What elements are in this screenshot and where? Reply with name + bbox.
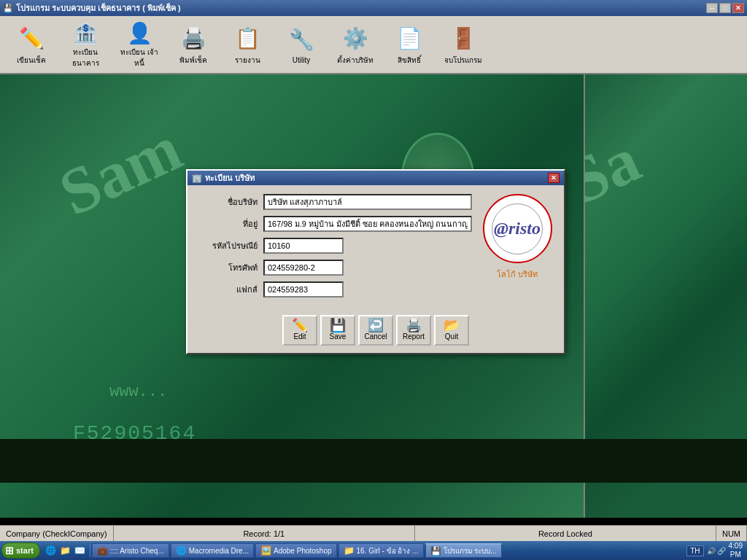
phone-input[interactable]: [263, 260, 344, 276]
dialog-form: ชื่อบริษัท ที่อยู่ รหัสไปรษณีย์ โทรศัพท์: [198, 194, 472, 303]
logo-caption: โลโก้ บริษัท: [497, 268, 538, 281]
taskbar-photoshop[interactable]: 🖼️ Adobe Photoshop: [255, 543, 337, 558]
close-button[interactable]: ✕: [732, 3, 744, 13]
address-label: ที่อยู่: [198, 217, 263, 230]
report-icon: 📋: [233, 24, 262, 53]
lang-button[interactable]: TH: [686, 545, 703, 556]
status-company: Company (CheckICompany): [0, 526, 114, 541]
main-area: Sam Sa F52905164 www... Sa 🏢 ทะเบียน บริ…: [0, 74, 747, 518]
quicklaunch-ie-icon[interactable]: 🌐: [44, 544, 58, 557]
company-name-input[interactable]: [263, 194, 472, 210]
maximize-button[interactable]: □: [719, 3, 731, 13]
company-logo: @risto: [483, 194, 552, 263]
save-button[interactable]: 💾 Save: [320, 315, 355, 346]
dialog-title-icon: 🏢: [192, 174, 202, 183]
start-button[interactable]: ⊞ start: [1, 542, 40, 559]
taskbar-right: TH 🔊 🔗 4:09 PM: [686, 542, 746, 559]
status-num: NUM: [716, 526, 747, 541]
rights-icon: 📄: [395, 24, 424, 53]
title-bar: 💾 โปรแกรม ระบบควบคุม เช็คธนาคาร ( พิมพ์เ…: [0, 0, 747, 16]
cancel-button[interactable]: ↩️ Cancel: [358, 315, 393, 346]
register-bank-icon: 🏦: [71, 21, 100, 45]
windows-logo-icon: ⊞: [5, 545, 14, 556]
utility-icon: 🔧: [287, 26, 316, 55]
phone-label: โทรศัพท์: [198, 261, 263, 274]
write-check-icon: ✏️: [17, 24, 46, 53]
toolbar-company-settings[interactable]: ⚙️ ตั้งค่าบริษัท: [330, 19, 381, 70]
edit-icon: ✏️: [292, 319, 308, 332]
print-check-icon: 🖨️: [179, 24, 208, 53]
taskbar: ⊞ start 🌐 📁 ✉️ 💼 :::: Aristo Cheq... 🌐 M…: [0, 541, 747, 560]
toolbar-report[interactable]: 📋 รายงาน: [222, 19, 273, 70]
status-locked: Record Locked: [415, 526, 716, 541]
toolbar: ✏️ เขียนเช็ค 🏦 ทะเบียน ธนาคาร 👤 ทะเบียน …: [0, 16, 747, 74]
postal-row: รหัสไปรษณีย์: [198, 238, 472, 254]
toolbar-utility[interactable]: 🔧 Utility: [276, 19, 327, 70]
company-name-row: ชื่อบริษัท: [198, 194, 472, 210]
quicklaunch-folder-icon[interactable]: 📁: [59, 544, 72, 557]
quit-icon-btn: 📂: [444, 319, 460, 332]
taskbar-aristo[interactable]: 💼 :::: Aristo Cheq...: [92, 543, 169, 558]
volume-icon[interactable]: 🔊: [707, 547, 716, 555]
dialog-buttons: ✏️ Edit 💾 Save ↩️ Cancel 🖨️ Report 📂 Qui…: [187, 312, 564, 353]
save-icon: 💾: [330, 319, 346, 332]
taskbar-girl[interactable]: 📁 16. Girl - ข้อ อ้าง ...: [338, 543, 424, 558]
logo-area: @risto โลโก้ บริษัท: [481, 194, 554, 303]
address-input[interactable]: [263, 216, 472, 232]
report-button[interactable]: 🖨️ Report: [396, 315, 431, 346]
girl-app-icon: 📁: [344, 545, 355, 556]
toolbar-register-creditor[interactable]: 👤 ทะเบียน เจ้าหนี้: [114, 19, 165, 70]
toolbar-rights[interactable]: 📄 สิขสิทธิ์: [384, 19, 435, 70]
title-controls: ─ □ ✕: [706, 3, 744, 13]
taskbar-program[interactable]: 💾 โปรแกรม ระบบ...: [425, 543, 502, 558]
phone-row: โทรศัพท์: [198, 260, 472, 276]
company-settings-icon: ⚙️: [341, 24, 370, 53]
toolbar-print-check[interactable]: 🖨️ พิมพ์เช็ค: [168, 19, 219, 70]
dialog-close-button[interactable]: ✕: [548, 173, 560, 183]
status-bar: Company (CheckICompany) Record: 1/1 Reco…: [0, 525, 747, 541]
bottom-strip: [0, 439, 747, 483]
language-indicator[interactable]: TH: [686, 545, 703, 556]
taskbar-macromedia[interactable]: 🌐 Macromedia Dre...: [171, 543, 254, 558]
register-creditor-icon: 👤: [125, 21, 154, 45]
address-row: ที่อยู่: [198, 216, 472, 232]
status-record: Record: 1/1: [114, 526, 415, 541]
network-icon[interactable]: 🔗: [717, 547, 726, 555]
dialog-title-text: 🏢 ทะเบียน บริษัท: [192, 171, 255, 184]
quit-icon: 🚪: [449, 24, 478, 53]
fax-row: แฟกส์: [198, 281, 472, 298]
toolbar-register-bank[interactable]: 🏦 ทะเบียน ธนาคาร: [60, 19, 111, 70]
edit-button[interactable]: ✏️ Edit: [282, 315, 317, 346]
dialog-body: ชื่อบริษัท ที่อยู่ รหัสไปรษณีย์ โทรศัพท์: [187, 185, 564, 312]
system-clock: 4:09 PM: [729, 542, 743, 559]
postal-label: รหัสไปรษณีย์: [198, 239, 263, 252]
fax-input[interactable]: [263, 281, 344, 298]
title-icon: 💾: [3, 4, 13, 13]
aristo-app-icon: 💼: [97, 545, 108, 556]
toolbar-write-check[interactable]: ✏️ เขียนเช็ค: [6, 19, 57, 70]
toolbar-quit[interactable]: 🚪 จบโปรแกรม: [438, 19, 489, 70]
minimize-button[interactable]: ─: [706, 3, 718, 13]
quick-launch: 🌐 📁 ✉️: [42, 544, 90, 557]
logo-inner-ring: [492, 203, 543, 254]
postal-input[interactable]: [263, 238, 344, 254]
company-name-label: ชื่อบริษัท: [198, 195, 263, 209]
fax-label: แฟกส์: [198, 283, 263, 296]
photoshop-app-icon: 🖼️: [260, 545, 271, 556]
quit-button[interactable]: 📂 Quit: [434, 315, 469, 346]
macromedia-app-icon: 🌐: [176, 545, 187, 556]
cancel-icon: ↩️: [368, 319, 384, 332]
title-text: 💾 โปรแกรม ระบบควบคุม เช็คธนาคาร ( พิมพ์เ…: [3, 1, 181, 15]
dialog-title-bar: 🏢 ทะเบียน บริษัท ✕: [187, 171, 564, 185]
program-app-icon: 💾: [430, 546, 441, 556]
company-dialog: 🏢 ทะเบียน บริษัท ✕ ชื่อบริษัท ที่อยู่: [186, 169, 565, 354]
tray-icons: 🔊 🔗: [707, 547, 726, 555]
quicklaunch-mail-icon[interactable]: ✉️: [74, 544, 87, 557]
report-icon-btn: 🖨️: [406, 319, 422, 332]
